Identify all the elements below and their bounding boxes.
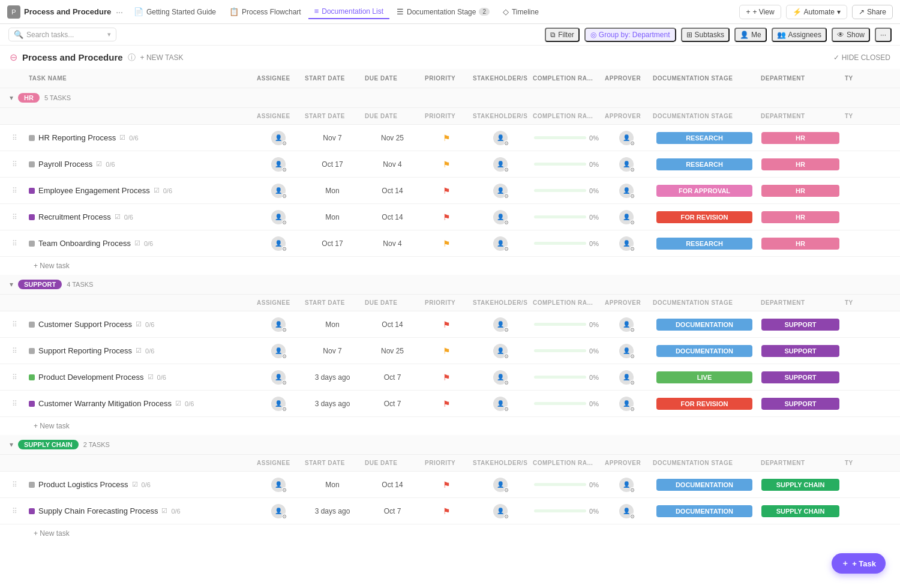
- new-task-button[interactable]: + NEW TASK: [140, 53, 184, 62]
- drag-handle[interactable]: ⠿: [2, 400, 26, 408]
- approver-cell[interactable]: 👤: [602, 504, 650, 518]
- start-date-cell[interactable]: Mon: [302, 187, 362, 195]
- assignee-cell[interactable]: 👤: [254, 397, 302, 411]
- view-button[interactable]: + + View: [739, 5, 781, 19]
- task-row[interactable]: ⠿Product Logistics Process☑0/6👤MonOct 14…: [0, 472, 900, 498]
- assignee-cell[interactable]: 👤: [254, 210, 302, 224]
- group-toggle-supply-chain[interactable]: ▾: [10, 440, 13, 449]
- department-cell[interactable]: HR: [758, 185, 842, 197]
- priority-cell[interactable]: ⚑: [422, 239, 470, 248]
- documentation-stage-cell[interactable]: FOR APPROVAL: [650, 185, 758, 197]
- approver-cell[interactable]: 👤: [602, 236, 650, 251]
- documentation-stage-cell[interactable]: FOR REVISION: [650, 211, 758, 223]
- drag-handle[interactable]: ⠿: [2, 507, 26, 515]
- stakeholder-cell[interactable]: 👤: [470, 478, 530, 492]
- assignee-cell[interactable]: 👤: [254, 344, 302, 358]
- drag-handle[interactable]: ⠿: [2, 160, 26, 169]
- nav-dots[interactable]: ···: [116, 7, 123, 17]
- automate-button[interactable]: ⚡ Automate ▾: [786, 5, 847, 19]
- stakeholder-cell[interactable]: 👤: [470, 157, 530, 172]
- stakeholder-cell[interactable]: 👤: [470, 236, 530, 251]
- task-name-cell[interactable]: Customer Support Process☑0/6: [26, 320, 254, 329]
- stakeholder-cell[interactable]: 👤: [470, 184, 530, 198]
- priority-cell[interactable]: ⚑: [422, 480, 470, 490]
- task-check-icon[interactable]: ☑: [136, 347, 142, 355]
- more-options-button[interactable]: ···: [875, 28, 892, 42]
- assignee-cell[interactable]: 👤: [254, 478, 302, 492]
- approver-cell[interactable]: 👤: [602, 131, 650, 145]
- drag-handle[interactable]: ⠿: [2, 481, 26, 489]
- due-date-cell[interactable]: Oct 7: [362, 400, 422, 408]
- drag-handle[interactable]: ⠿: [2, 373, 26, 382]
- tab-documentation-stage[interactable]: ☰ Documentation Stage 2: [391, 5, 496, 19]
- priority-cell[interactable]: ⚑: [422, 186, 470, 196]
- due-date-cell[interactable]: Oct 14: [362, 213, 422, 221]
- start-date-cell[interactable]: Mon: [302, 213, 362, 221]
- task-name-cell[interactable]: Payroll Process☑0/6: [26, 160, 254, 169]
- stakeholder-cell[interactable]: 👤: [470, 397, 530, 411]
- approver-cell[interactable]: 👤: [602, 344, 650, 358]
- due-date-cell[interactable]: Nov 4: [362, 239, 422, 248]
- task-name-cell[interactable]: Supply Chain Forecasting Process☑0/6: [26, 506, 254, 515]
- documentation-stage-cell[interactable]: DOCUMENTATION: [650, 479, 758, 491]
- approver-cell[interactable]: 👤: [602, 397, 650, 411]
- drag-handle[interactable]: ⠿: [2, 134, 26, 142]
- group-toggle-hr[interactable]: ▾: [10, 94, 13, 102]
- priority-cell[interactable]: ⚑: [422, 160, 470, 169]
- stakeholder-cell[interactable]: 👤: [470, 504, 530, 518]
- start-date-cell[interactable]: 3 days ago: [302, 373, 362, 382]
- due-date-cell[interactable]: Oct 7: [362, 507, 422, 515]
- search-dropdown-icon[interactable]: ▾: [107, 31, 111, 38]
- task-check-icon[interactable]: ☑: [96, 160, 102, 168]
- stakeholder-cell[interactable]: 👤: [470, 131, 530, 145]
- group-toggle-support[interactable]: ▾: [10, 280, 13, 289]
- priority-cell[interactable]: ⚑: [422, 133, 470, 143]
- documentation-stage-cell[interactable]: DOCUMENTATION: [650, 345, 758, 357]
- stakeholder-cell[interactable]: 👤: [470, 317, 530, 332]
- show-button[interactable]: 👁 Show: [832, 28, 870, 42]
- new-task-button-hr[interactable]: + New task: [0, 257, 900, 275]
- start-date-cell[interactable]: Mon: [302, 481, 362, 489]
- share-button[interactable]: ↗ Share: [852, 5, 893, 19]
- approver-cell[interactable]: 👤: [602, 478, 650, 492]
- start-date-cell[interactable]: Oct 17: [302, 160, 362, 169]
- department-cell[interactable]: SUPPORT: [758, 398, 842, 410]
- start-date-cell[interactable]: Mon: [302, 320, 362, 329]
- stakeholder-cell[interactable]: 👤: [470, 210, 530, 224]
- department-cell[interactable]: SUPPORT: [758, 371, 842, 383]
- tab-getting-started[interactable]: 📄 Getting Started Guide: [128, 5, 222, 19]
- due-date-cell[interactable]: Oct 14: [362, 320, 422, 329]
- tab-process-flowchart[interactable]: 📋 Process Flowchart: [223, 5, 307, 19]
- department-cell[interactable]: SUPPLY CHAIN: [758, 505, 842, 517]
- documentation-stage-cell[interactable]: DOCUMENTATION: [650, 505, 758, 517]
- documentation-stage-cell[interactable]: LIVE: [650, 371, 758, 383]
- new-task-button-support[interactable]: + New task: [0, 417, 900, 435]
- assignees-button[interactable]: 👥 Assignees: [772, 28, 827, 42]
- subtasks-button[interactable]: ⊞ Subtasks: [681, 28, 730, 42]
- start-date-cell[interactable]: Nov 7: [302, 134, 362, 142]
- tab-timeline[interactable]: ◇ Timeline: [497, 5, 545, 19]
- documentation-stage-cell[interactable]: FOR REVISION: [650, 398, 758, 410]
- approver-cell[interactable]: 👤: [602, 184, 650, 198]
- approver-cell[interactable]: 👤: [602, 210, 650, 224]
- task-check-icon[interactable]: ☑: [154, 187, 160, 194]
- tab-documentation-list[interactable]: ≡ Documentation List: [308, 4, 389, 19]
- due-date-cell[interactable]: Nov 4: [362, 160, 422, 169]
- task-row[interactable]: ⠿Customer Warranty Mitigation Process☑0/…: [0, 391, 900, 417]
- drag-handle[interactable]: ⠿: [2, 320, 26, 329]
- task-row[interactable]: ⠿Team Onboarding Process☑0/6👤Oct 17Nov 4…: [0, 230, 900, 257]
- task-check-icon[interactable]: ☑: [136, 320, 142, 328]
- task-row[interactable]: ⠿Payroll Process☑0/6👤Oct 17Nov 4⚑👤0%👤RES…: [0, 151, 900, 178]
- task-check-icon[interactable]: ☑: [132, 481, 138, 488]
- task-name-cell[interactable]: Product Logistics Process☑0/6: [26, 480, 254, 489]
- task-row[interactable]: ⠿Employee Engagement Process☑0/6👤MonOct …: [0, 178, 900, 204]
- assignee-cell[interactable]: 👤: [254, 236, 302, 251]
- approver-cell[interactable]: 👤: [602, 157, 650, 172]
- stakeholder-cell[interactable]: 👤: [470, 344, 530, 358]
- start-date-cell[interactable]: 3 days ago: [302, 507, 362, 515]
- task-row[interactable]: ⠿Supply Chain Forecasting Process☑0/6👤3 …: [0, 498, 900, 524]
- assignee-cell[interactable]: 👤: [254, 317, 302, 332]
- start-date-cell[interactable]: 3 days ago: [302, 400, 362, 408]
- new-task-button-supply-chain[interactable]: + New task: [0, 524, 900, 542]
- due-date-cell[interactable]: Nov 25: [362, 134, 422, 142]
